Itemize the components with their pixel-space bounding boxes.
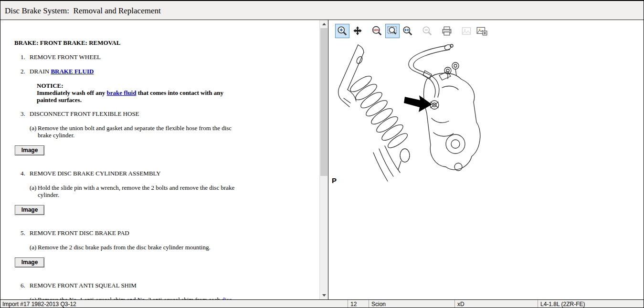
notice-block: NOTICE: Immediately wash off any brake f… <box>37 82 319 103</box>
status-model: xD <box>455 300 538 308</box>
step-title: REMOVE FRONT DISC BRAKE PAD <box>30 229 129 236</box>
substep-label: (a) <box>30 124 38 139</box>
page-title: Disc Brake System: Removal and Replaceme… <box>5 6 161 16</box>
image-export-icon <box>476 25 487 37</box>
brake-hose-illustration[interactable] <box>333 42 491 191</box>
scroll-up-icon <box>322 23 326 25</box>
notice-label: NOTICE: <box>37 82 319 89</box>
step-title: REMOVE DISC BRAKE CYLINDER ASSEMBLY <box>30 170 161 177</box>
zoom-out-icon <box>422 25 433 37</box>
zoom-out-button <box>420 24 434 38</box>
step-number: 2. <box>21 68 30 75</box>
pan-icon <box>352 25 363 37</box>
figure-label: P <box>332 176 337 185</box>
notice-text: Immediately wash off any brake fluid tha… <box>37 89 243 103</box>
substep-label: (a) <box>30 244 38 251</box>
status-record-number: 12 <box>348 300 369 308</box>
substep-text: Remove the No. 1 anti-squeal shim and No… <box>38 296 238 299</box>
print-icon <box>441 25 453 37</box>
zoom-100-button[interactable]: 100% <box>370 24 384 38</box>
step-6: 6. REMOVE FRONT ANTI SQUEAL SHIM <box>14 282 319 289</box>
substep-label: (a) <box>30 296 38 299</box>
step-4: 4. REMOVE DISC BRAKE CYLINDER ASSEMBLY <box>14 170 319 177</box>
zoom-fit-icon <box>387 25 398 37</box>
zoom-fit-button[interactable] <box>385 24 400 38</box>
scrollbar-thumb[interactable] <box>320 28 327 176</box>
step-number: 5. <box>21 229 30 236</box>
svg-text:100%: 100% <box>373 29 379 31</box>
substep-text-pre: Remove the No. 1 anti-squeal shim and No… <box>38 296 222 299</box>
step-4-substep-a: (a) Hold the slide pin with a wrench, re… <box>30 184 319 198</box>
step-number: 3. <box>21 110 30 117</box>
image-button-step4[interactable]: Image <box>15 205 44 215</box>
step-title: REMOVE FRONT WHEEL <box>30 53 101 61</box>
brake-fluid-link-2[interactable]: brake fluid <box>107 89 137 96</box>
brake-fluid-link[interactable]: BRAKE FLUID <box>51 68 94 75</box>
title-bar: Disc Brake System: Removal and Replaceme… <box>0 0 644 20</box>
pan-button[interactable] <box>350 24 365 38</box>
status-engine: L4-1.8L (2ZR-FE) <box>538 300 644 308</box>
image-export-button[interactable] <box>475 24 489 38</box>
step-title: REMOVE FRONT ANTI SQUEAL SHIM <box>30 282 137 289</box>
status-import-info: Import #17 1982-2013 Q3-12 <box>0 300 348 308</box>
step-number: 1. <box>21 53 30 61</box>
step-5: 5. REMOVE FRONT DISC BRAKE PAD <box>14 229 319 236</box>
zoom-100-icon: 100% <box>371 25 383 37</box>
scroll-up-button[interactable] <box>320 20 328 28</box>
substep-text: Remove the 2 disc brake pads from the di… <box>38 244 238 251</box>
step-number: 4. <box>21 170 30 177</box>
status-make: Scion <box>369 300 455 308</box>
vertical-scrollbar[interactable] <box>319 20 328 299</box>
step-title: DISCONNECT FRONT FLEXIBLE HOSE <box>30 110 139 117</box>
image-button-step5[interactable]: Image <box>15 257 44 267</box>
step-title: DRAIN BRAKE FLUID <box>30 68 94 75</box>
step-6-substep-a: (a) Remove the No. 1 anti-squeal shim an… <box>30 296 319 299</box>
step-2: 2. DRAIN BRAKE FLUID <box>14 68 319 75</box>
zoom-dynamic-button[interactable] <box>401 24 415 38</box>
substep-text: Remove the union bolt and gasket and sep… <box>38 124 238 139</box>
scroll-down-icon <box>322 294 326 297</box>
document-scroll-area: BRAKE: FRONT BRAKE: REMOVAL 1. REMOVE FR… <box>0 20 319 299</box>
document-panel: BRAKE: FRONT BRAKE: REMOVAL 1. REMOVE FR… <box>0 20 328 299</box>
step-1: 1. REMOVE FRONT WHEEL <box>14 53 319 61</box>
print-button[interactable] <box>440 24 454 38</box>
substep-text: Hold the slide pin with a wrench, remove… <box>38 184 238 198</box>
copy-image-button <box>459 24 474 38</box>
step-number: 6. <box>21 282 30 289</box>
substep-label: (a) <box>30 184 38 198</box>
step-5-substep-a: (a) Remove the 2 disc brake pads from th… <box>30 244 319 251</box>
step-3-substep-a: (a) Remove the union bolt and gasket and… <box>30 124 319 139</box>
zoom-dynamic-icon <box>402 25 413 37</box>
copy-image-icon <box>461 25 472 37</box>
image-button-step3[interactable]: Image <box>15 145 44 155</box>
section-heading: BRAKE: FRONT BRAKE: REMOVAL <box>14 39 319 46</box>
image-toolbar: 100% <box>335 23 490 39</box>
zoom-in-icon <box>337 25 348 37</box>
step-3: 3. DISCONNECT FRONT FLEXIBLE HOSE <box>14 110 319 117</box>
image-panel: 100% <box>328 20 644 299</box>
status-bar: Import #17 1982-2013 Q3-12 12 Scion xD L… <box>0 299 644 308</box>
step-title-text: DRAIN <box>30 68 51 75</box>
zoom-in-button[interactable] <box>335 24 349 38</box>
notice-text-pre: Immediately wash off any <box>37 89 107 96</box>
scroll-down-button[interactable] <box>320 291 328 299</box>
pointer-arrow <box>404 95 432 112</box>
